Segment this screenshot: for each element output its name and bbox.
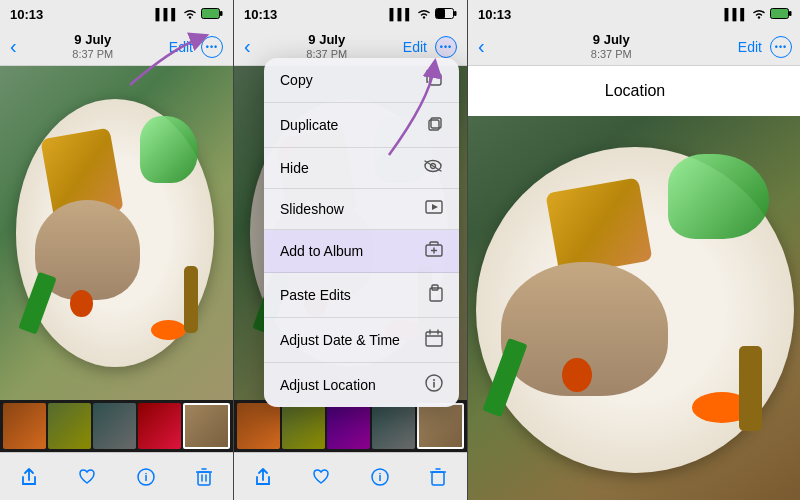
menu-item-add-album[interactable]: Add to Album: [264, 230, 459, 273]
signal-icon-1: ▌▌▌: [156, 8, 179, 20]
info-section: Location: [468, 66, 800, 116]
menu-item-duplicate[interactable]: Duplicate: [264, 103, 459, 148]
svg-rect-12: [436, 9, 445, 18]
copy-icon: [425, 69, 443, 91]
more-button-1[interactable]: •••: [201, 36, 223, 58]
svg-point-10: [423, 16, 425, 18]
thumb-2-3[interactable]: [327, 403, 370, 449]
panel-3: 10:13 ▌▌▌ ‹ 9 July 8:37 PM Edit ••• Loca…: [468, 0, 800, 500]
svg-point-0: [189, 16, 191, 18]
panel-2: 10:13 ▌▌▌ ‹ 9 July 8:37 PM Edit •••: [234, 0, 467, 500]
status-time-3: 10:13: [478, 7, 511, 22]
menu-paste-edits-label: Paste Edits: [280, 287, 351, 303]
duplicate-icon: [425, 114, 443, 136]
filmstrip-2[interactable]: [234, 400, 467, 452]
top-nav-3: ‹ 9 July 8:37 PM Edit •••: [468, 28, 800, 66]
menu-item-copy[interactable]: Copy: [264, 58, 459, 103]
hide-icon: [423, 159, 443, 177]
status-bar-2: 10:13 ▌▌▌: [234, 0, 467, 28]
nav-date-2: 9 July: [306, 32, 347, 48]
lettuce-1: [140, 116, 198, 183]
menu-item-hide[interactable]: Hide: [264, 148, 459, 189]
wifi-icon-3: [752, 7, 766, 21]
wifi-icon-1: [183, 7, 197, 21]
menu-item-adjust-datetime[interactable]: Adjust Date & Time: [264, 318, 459, 363]
svg-rect-2: [220, 11, 223, 16]
veggie-tomato-3: [562, 358, 592, 393]
svg-point-39: [758, 16, 760, 18]
status-bar-3: 10:13 ▌▌▌: [468, 0, 800, 28]
thumb-2-4[interactable]: [372, 403, 415, 449]
nav-center-1: 9 July 8:37 PM: [72, 32, 113, 61]
food-scene-1: [0, 66, 233, 400]
status-time-1: 10:13: [10, 7, 43, 22]
nav-right-1: Edit •••: [169, 36, 223, 58]
photo-bg-3: [468, 116, 800, 500]
menu-item-paste-edits[interactable]: Paste Edits: [264, 273, 459, 318]
lettuce-3: [668, 154, 768, 238]
trash-button-1[interactable]: [188, 461, 220, 493]
thumb-4[interactable]: [138, 403, 181, 449]
thumb-2-2[interactable]: [282, 403, 325, 449]
svg-point-32: [433, 379, 435, 381]
heart-button-2[interactable]: [305, 461, 337, 493]
more-button-3[interactable]: •••: [770, 36, 792, 58]
menu-location-label: Adjust Location: [280, 377, 376, 393]
thumb-2[interactable]: [48, 403, 91, 449]
battery-icon-2: [435, 8, 457, 21]
add-album-icon: [425, 241, 443, 261]
nav-right-2: Edit •••: [403, 36, 457, 58]
info-button-2[interactable]: i: [364, 461, 396, 493]
more-button-2[interactable]: •••: [435, 36, 457, 58]
svg-rect-5: [198, 472, 210, 485]
svg-rect-41: [789, 11, 792, 16]
svg-text:i: i: [378, 471, 381, 483]
battery-icon-1: [201, 8, 223, 21]
veggie-tomato-1: [70, 290, 93, 317]
thumb-2-1[interactable]: [237, 403, 280, 449]
svg-rect-40: [771, 8, 789, 18]
svg-marker-21: [432, 204, 438, 210]
back-button-2[interactable]: ‹: [244, 35, 251, 58]
edit-button-1[interactable]: Edit: [169, 39, 193, 55]
menu-copy-label: Copy: [280, 72, 313, 88]
svg-rect-1: [202, 8, 220, 18]
slideshow-icon: [425, 200, 443, 218]
menu-item-slideshow[interactable]: Slideshow: [264, 189, 459, 230]
nav-date-1: 9 July: [72, 32, 113, 48]
status-icons-1: ▌▌▌: [156, 7, 223, 21]
thumb-1[interactable]: [3, 403, 46, 449]
edit-button-3[interactable]: Edit: [738, 39, 762, 55]
paste-icon: [427, 284, 443, 306]
more-dots-1: •••: [206, 42, 218, 52]
svg-rect-27: [426, 332, 442, 346]
thumb-3[interactable]: [93, 403, 136, 449]
menu-item-adjust-location[interactable]: Adjust Location: [264, 363, 459, 407]
nav-right-3: Edit •••: [738, 36, 792, 58]
back-button-3[interactable]: ‹: [478, 35, 485, 58]
location-label: Location: [605, 82, 666, 100]
more-dots-3: •••: [775, 42, 787, 52]
menu-datetime-label: Adjust Date & Time: [280, 332, 400, 348]
share-button-1[interactable]: [13, 461, 45, 493]
edit-button-2[interactable]: Edit: [403, 39, 427, 55]
back-button-1[interactable]: ‹: [10, 35, 17, 58]
status-icons-2: ▌▌▌: [390, 7, 457, 21]
menu-duplicate-label: Duplicate: [280, 117, 338, 133]
filmstrip-1[interactable]: [0, 400, 233, 452]
more-dots-2: •••: [440, 42, 452, 52]
svg-text:i: i: [144, 471, 147, 483]
thumb-5-active[interactable]: [183, 403, 230, 449]
status-icons-3: ▌▌▌: [725, 7, 792, 21]
heart-button-1[interactable]: [71, 461, 103, 493]
thumb-2-5-active[interactable]: [417, 403, 464, 449]
info-button-1[interactable]: i: [130, 461, 162, 493]
share-button-2[interactable]: [247, 461, 279, 493]
nav-time-1: 8:37 PM: [72, 48, 113, 61]
location-info-icon: [425, 374, 443, 396]
status-bar-1: 10:13 ▌▌▌: [0, 0, 233, 28]
nav-date-3: 9 July: [591, 32, 632, 48]
trash-button-2[interactable]: [422, 461, 454, 493]
context-menu: Copy Duplicate Hide Slideshow Add to Alb…: [264, 58, 459, 407]
svg-rect-14: [430, 74, 441, 85]
